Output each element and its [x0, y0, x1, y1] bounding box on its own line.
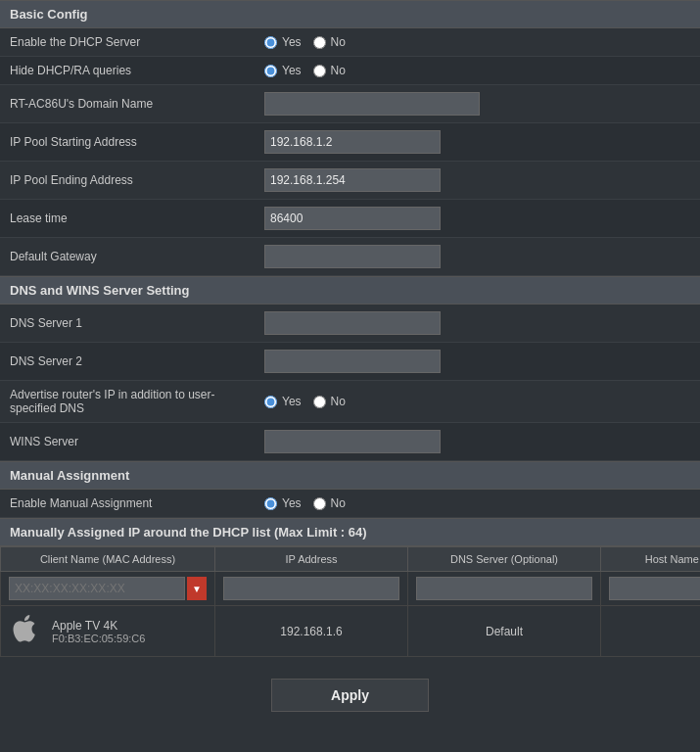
domain-name-label: RT-AC86U's Domain Name	[0, 85, 255, 123]
lease-time-input[interactable]	[264, 207, 441, 230]
ip-pool-start-label: IP Pool Starting Address	[0, 123, 255, 162]
ip-pool-end-input[interactable]	[264, 168, 441, 192]
mac-input-cell: ▼	[9, 577, 207, 600]
advertise-dns-label: Advertise router's IP in addition to use…	[0, 381, 255, 423]
basic-config-section: Basic Config Enable the DHCP Server Yes …	[0, 0, 700, 276]
dns-wins-section: DNS and WINS Server Setting DNS Server 1…	[0, 276, 700, 461]
enable-manual-row: Enable Manual Assignment Yes No	[0, 490, 700, 518]
ip-pool-end-label: IP Pool Ending Address	[0, 162, 255, 200]
ip-pool-end-row: IP Pool Ending Address	[0, 162, 700, 200]
ip-pool-start-input[interactable]	[264, 130, 441, 154]
lease-time-row: Lease time	[0, 200, 700, 238]
enable-dhcp-yes[interactable]: Yes	[264, 35, 302, 49]
entry-ip: 192.168.1.6	[215, 606, 408, 657]
ip-pool-start-row: IP Pool Starting Address	[0, 123, 700, 162]
wins-server-label: WINS Server	[0, 423, 255, 461]
apply-button-container: Apply	[0, 657, 700, 733]
add-hostname-input[interactable]	[609, 577, 700, 600]
entry-hostname	[601, 606, 701, 657]
device-name: Apple TV 4K	[52, 619, 145, 633]
lease-time-label: Lease time	[0, 200, 255, 238]
dns1-row: DNS Server 1	[0, 305, 700, 343]
dns2-row: DNS Server 2	[0, 343, 700, 381]
default-gateway-row: Default Gateway	[0, 238, 700, 276]
enable-dhcp-row: Enable the DHCP Server Yes No	[0, 28, 700, 57]
dhcp-table-header-row: Client Name (MAC Address) IP Address DNS…	[1, 547, 701, 572]
wins-server-row: WINS Server	[0, 423, 700, 461]
col-client-name: Client Name (MAC Address)	[1, 547, 215, 572]
hide-dhcp-no-radio[interactable]	[313, 65, 326, 77]
enable-dhcp-no-radio[interactable]	[313, 36, 326, 49]
add-dns-input[interactable]	[416, 577, 592, 600]
entry-dns: Default	[408, 606, 601, 657]
device-mac: F0:B3:EC:05:59:C6	[52, 633, 145, 644]
dhcp-add-row: ▼ ⊕	[1, 572, 701, 606]
mac-address-input[interactable]	[9, 577, 185, 600]
hide-dhcp-row: Hide DHCP/RA queries Yes No	[0, 57, 700, 85]
manual-assignment-section: Manual Assignment Enable Manual Assignme…	[0, 461, 700, 518]
dhcp-entry-row: Apple TV 4K F0:B3:EC:05:59:C6 192.168.1.…	[1, 606, 701, 657]
enable-manual-no-radio[interactable]	[313, 497, 326, 510]
dns2-label: DNS Server 2	[0, 343, 255, 381]
dns-wins-header: DNS and WINS Server Setting	[0, 276, 700, 305]
dhcp-list-section: Manually Assigned IP around the DHCP lis…	[0, 518, 700, 657]
domain-name-row: RT-AC86U's Domain Name	[0, 85, 700, 123]
wins-server-input[interactable]	[264, 430, 441, 453]
hide-dhcp-yes-radio[interactable]	[264, 65, 277, 77]
enable-manual-yes-radio[interactable]	[264, 497, 277, 510]
dns2-input[interactable]	[264, 350, 441, 373]
dns1-input[interactable]	[264, 311, 441, 335]
add-ip-input[interactable]	[223, 577, 399, 600]
hide-dhcp-no[interactable]: No	[313, 64, 346, 77]
basic-config-header: Basic Config	[0, 0, 700, 28]
device-info: Apple TV 4K F0:B3:EC:05:59:C6	[48, 619, 145, 644]
enable-dhcp-yes-radio[interactable]	[264, 36, 277, 49]
device-cell: Apple TV 4K F0:B3:EC:05:59:C6	[9, 612, 207, 650]
col-ip-address: IP Address	[215, 547, 408, 572]
default-gateway-label: Default Gateway	[0, 238, 255, 276]
default-gateway-input[interactable]	[264, 245, 441, 268]
mac-dropdown-button[interactable]: ▼	[187, 577, 207, 600]
advertise-dns-row: Advertise router's IP in addition to use…	[0, 381, 700, 423]
enable-manual-label: Enable Manual Assignment	[0, 490, 255, 518]
advertise-dns-no-radio[interactable]	[313, 396, 326, 408]
col-hostname-optional: Host Name (Optional)	[601, 547, 701, 572]
hide-dhcp-yes[interactable]: Yes	[264, 64, 302, 77]
manual-assignment-header: Manual Assignment	[0, 461, 700, 490]
enable-dhcp-no[interactable]: No	[313, 35, 346, 49]
enable-manual-yes[interactable]: Yes	[264, 496, 302, 510]
apply-button[interactable]: Apply	[271, 679, 429, 712]
col-dns-optional: DNS Server (Optional)	[408, 547, 601, 572]
enable-dhcp-label: Enable the DHCP Server	[0, 28, 255, 57]
domain-name-input[interactable]	[264, 92, 480, 116]
dhcp-list-header: Manually Assigned IP around the DHCP lis…	[0, 518, 700, 546]
advertise-dns-yes-radio[interactable]	[264, 396, 277, 408]
advertise-dns-no[interactable]: No	[313, 395, 346, 408]
enable-manual-no[interactable]: No	[313, 496, 346, 510]
apple-icon	[9, 612, 40, 650]
hide-dhcp-label: Hide DHCP/RA queries	[0, 57, 255, 85]
advertise-dns-yes[interactable]: Yes	[264, 395, 302, 408]
dns1-label: DNS Server 1	[0, 305, 255, 343]
